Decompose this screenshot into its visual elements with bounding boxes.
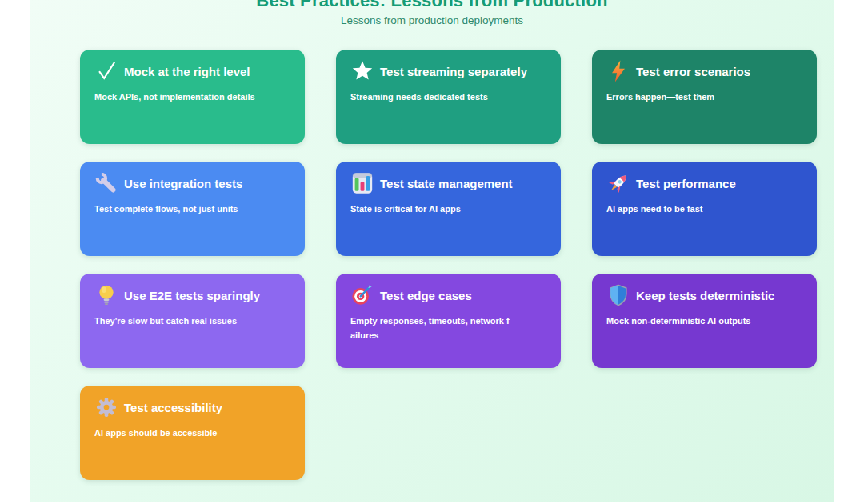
card-description: Streaming needs dedicated tests bbox=[350, 90, 514, 104]
card-use-integration-tests: Use integration tests Test complete flow… bbox=[80, 162, 305, 256]
page-subtitle: Lessons from production deployments bbox=[30, 14, 834, 27]
card-title: Test performance bbox=[636, 177, 736, 190]
card-description: Empty responses, timeouts, network failu… bbox=[350, 314, 514, 342]
card-description: AI apps should be accessible bbox=[94, 426, 258, 440]
card-header: Mock at the right level bbox=[94, 58, 290, 85]
gear-icon bbox=[94, 395, 118, 419]
card-header: Test accessibility bbox=[94, 394, 290, 421]
card-description: AI apps need to be fast bbox=[606, 202, 770, 216]
card-description: Test complete flows, not just units bbox=[94, 202, 258, 216]
card-header: Use integration tests bbox=[94, 170, 290, 197]
card-header: Keep tests deterministic bbox=[606, 282, 802, 309]
card-header: Test performance bbox=[606, 170, 802, 197]
card-description: State is critical for AI apps bbox=[350, 202, 514, 216]
card-title: Test streaming separately bbox=[380, 65, 527, 78]
card-test-state-management: Test state management State is critical … bbox=[336, 162, 561, 256]
card-title: Test accessibility bbox=[124, 401, 222, 414]
card-title: Mock at the right level bbox=[124, 65, 250, 78]
card-title: Keep tests deterministic bbox=[636, 289, 774, 302]
shield-icon bbox=[606, 283, 630, 307]
check-icon bbox=[94, 59, 118, 83]
card-title: Test edge cases bbox=[380, 289, 472, 302]
card-title: Use integration tests bbox=[124, 177, 242, 190]
card-description: They're slow but catch real issues bbox=[94, 314, 258, 328]
card-mock-at-right-level: Mock at the right level Mock APIs, not i… bbox=[80, 50, 305, 144]
card-description: Mock non-deterministic AI outputs bbox=[606, 314, 770, 328]
card-title: Use E2E tests sparingly bbox=[124, 289, 260, 302]
bar-chart-icon bbox=[350, 171, 374, 195]
star-icon bbox=[350, 59, 374, 83]
card-test-accessibility: Test accessibility AI apps should be acc… bbox=[80, 386, 305, 480]
rocket-icon bbox=[606, 171, 630, 195]
lightbulb-icon bbox=[94, 283, 118, 307]
wrench-icon bbox=[94, 171, 118, 195]
lightning-icon bbox=[606, 59, 630, 83]
card-title: Test state management bbox=[380, 177, 513, 190]
card-test-edge-cases: Test edge cases Empty responses, timeout… bbox=[336, 274, 561, 368]
card-test-error-scenarios: Test error scenarios Errors happen—test … bbox=[592, 50, 817, 144]
card-header: Test streaming separately bbox=[350, 58, 546, 85]
card-header: Test error scenarios bbox=[606, 58, 802, 85]
card-keep-tests-deterministic: Keep tests deterministic Mock non-determ… bbox=[592, 274, 817, 368]
page-title: Best Practices: Lessons from Production bbox=[30, 0, 834, 10]
card-use-e2e-tests-sparingly: Use E2E tests sparingly They're slow but… bbox=[80, 274, 305, 368]
target-icon bbox=[350, 283, 374, 307]
card-description: Errors happen—test them bbox=[606, 90, 770, 104]
card-header: Test edge cases bbox=[350, 282, 546, 309]
card-test-streaming-separately: Test streaming separately Streaming need… bbox=[336, 50, 561, 144]
content-panel: Best Practices: Lessons from Production … bbox=[30, 0, 834, 502]
card-header: Use E2E tests sparingly bbox=[94, 282, 290, 309]
card-test-performance: Test performance AI apps need to be fast bbox=[592, 162, 817, 256]
best-practices-grid: Mock at the right level Mock APIs, not i… bbox=[80, 50, 834, 480]
card-title: Test error scenarios bbox=[636, 65, 750, 78]
card-description: Mock APIs, not implementation details bbox=[94, 90, 258, 104]
card-header: Test state management bbox=[350, 170, 546, 197]
